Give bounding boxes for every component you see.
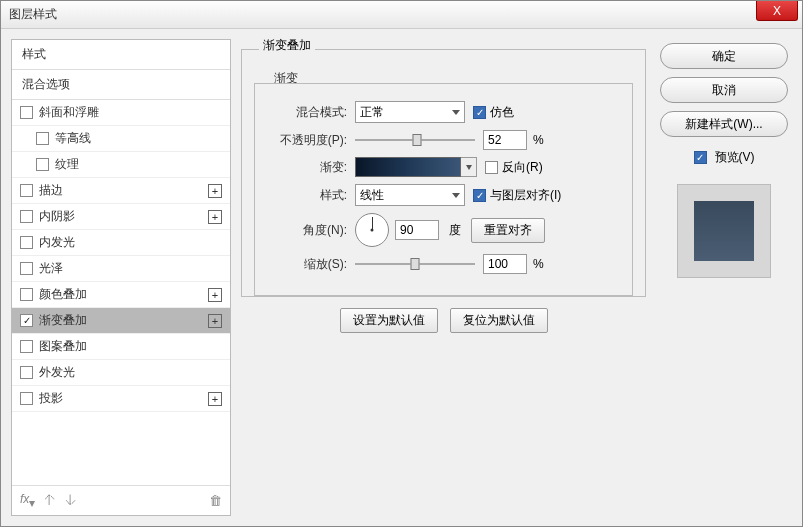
checkbox-icon[interactable] bbox=[20, 236, 33, 249]
window-title: 图层样式 bbox=[9, 6, 57, 23]
add-effect-icon[interactable]: + bbox=[208, 210, 222, 224]
angle-unit-label: 度 bbox=[449, 222, 461, 239]
reset-alignment-button[interactable]: 重置对齐 bbox=[471, 218, 545, 243]
style-item-satin[interactable]: 光泽 bbox=[12, 256, 230, 282]
align-checkbox[interactable] bbox=[473, 189, 486, 202]
reverse-label: 反向(R) bbox=[502, 159, 543, 176]
style-item-label: 外发光 bbox=[39, 364, 222, 381]
add-effect-icon[interactable]: + bbox=[208, 392, 222, 406]
add-effect-icon[interactable]: + bbox=[208, 184, 222, 198]
styles-footer: fx▾ 🡡 🡣 🗑 bbox=[12, 485, 230, 515]
gradient-swatch[interactable] bbox=[355, 157, 461, 177]
content-area: 样式 混合选项 斜面和浮雕 等高线 纹理 描边 + 内阴影 bbox=[1, 29, 802, 526]
style-select[interactable]: 线性 bbox=[355, 184, 465, 206]
style-item-color-overlay[interactable]: 颜色叠加 + bbox=[12, 282, 230, 308]
move-down-icon[interactable]: 🡣 bbox=[64, 493, 77, 508]
checkbox-icon[interactable] bbox=[20, 392, 33, 405]
checkbox-icon[interactable] bbox=[20, 314, 33, 327]
styles-header[interactable]: 样式 bbox=[12, 40, 230, 70]
fx-menu-icon[interactable]: fx▾ bbox=[20, 491, 35, 510]
opacity-slider[interactable] bbox=[355, 139, 475, 141]
chevron-down-icon bbox=[452, 193, 460, 198]
dither-checkbox[interactable] bbox=[473, 106, 486, 119]
gradient-overlay-fieldset: 渐变 混合模式: 正常 仿色 不透明度(P): bbox=[241, 49, 646, 297]
dither-label: 仿色 bbox=[490, 104, 514, 121]
make-default-button[interactable]: 设置为默认值 bbox=[340, 308, 438, 333]
style-item-label: 光泽 bbox=[39, 260, 222, 277]
default-buttons-row: 设置为默认值 复位为默认值 bbox=[254, 308, 633, 333]
style-item-outer-glow[interactable]: 外发光 bbox=[12, 360, 230, 386]
reset-default-button[interactable]: 复位为默认值 bbox=[450, 308, 548, 333]
style-item-stroke[interactable]: 描边 + bbox=[12, 178, 230, 204]
settings-panel: 渐变叠加 渐变 混合模式: 正常 仿色 不透明度 bbox=[241, 39, 646, 516]
layer-style-dialog: 图层样式 X 样式 混合选项 斜面和浮雕 等高线 纹理 描边 bbox=[0, 0, 803, 527]
checkbox-icon[interactable] bbox=[36, 132, 49, 145]
gradient-label: 渐变: bbox=[267, 159, 355, 176]
gradient-picker-button[interactable] bbox=[461, 157, 477, 177]
style-item-label: 等高线 bbox=[55, 130, 222, 147]
style-item-inner-shadow[interactable]: 内阴影 + bbox=[12, 204, 230, 230]
opacity-input[interactable]: 52 bbox=[483, 130, 527, 150]
style-item-bevel[interactable]: 斜面和浮雕 bbox=[12, 100, 230, 126]
style-item-gradient-overlay[interactable]: 渐变叠加 + bbox=[12, 308, 230, 334]
gradient-inner-fieldset: 混合模式: 正常 仿色 不透明度(P): bbox=[254, 83, 633, 296]
styles-list-panel: 样式 混合选项 斜面和浮雕 等高线 纹理 描边 + 内阴影 bbox=[11, 39, 231, 516]
style-item-inner-glow[interactable]: 内发光 bbox=[12, 230, 230, 256]
close-icon: X bbox=[773, 4, 781, 18]
style-item-label: 纹理 bbox=[55, 156, 222, 173]
style-item-label: 投影 bbox=[39, 390, 208, 407]
ok-button[interactable]: 确定 bbox=[660, 43, 788, 69]
style-item-pattern-overlay[interactable]: 图案叠加 bbox=[12, 334, 230, 360]
reverse-checkbox[interactable] bbox=[485, 161, 498, 174]
preview-swatch bbox=[694, 201, 754, 261]
add-effect-icon[interactable]: + bbox=[208, 314, 222, 328]
style-item-label: 内阴影 bbox=[39, 208, 208, 225]
style-item-label: 图案叠加 bbox=[39, 338, 222, 355]
style-item-label: 渐变叠加 bbox=[39, 312, 208, 329]
blend-mode-row: 混合模式: 正常 仿色 bbox=[267, 101, 620, 123]
checkbox-icon[interactable] bbox=[20, 366, 33, 379]
style-item-texture[interactable]: 纹理 bbox=[12, 152, 230, 178]
preview-label: 预览(V) bbox=[715, 149, 755, 166]
angle-input[interactable]: 90 bbox=[395, 220, 439, 240]
opacity-row: 不透明度(P): 52 % bbox=[267, 130, 620, 150]
titlebar[interactable]: 图层样式 X bbox=[1, 1, 802, 29]
style-label: 样式: bbox=[267, 187, 355, 204]
blend-mode-select[interactable]: 正常 bbox=[355, 101, 465, 123]
preview-toggle[interactable]: 预览(V) bbox=[694, 149, 755, 166]
style-value: 线性 bbox=[360, 187, 384, 204]
trash-icon[interactable]: 🗑 bbox=[209, 493, 222, 508]
scale-slider[interactable] bbox=[355, 263, 475, 265]
preview-box bbox=[677, 184, 771, 278]
style-item-label: 颜色叠加 bbox=[39, 286, 208, 303]
style-item-contour[interactable]: 等高线 bbox=[12, 126, 230, 152]
blending-options-header[interactable]: 混合选项 bbox=[12, 70, 230, 100]
percent-label: % bbox=[533, 257, 544, 271]
cancel-button[interactable]: 取消 bbox=[660, 77, 788, 103]
scale-input[interactable]: 100 bbox=[483, 254, 527, 274]
new-style-button[interactable]: 新建样式(W)... bbox=[660, 111, 788, 137]
angle-label: 角度(N): bbox=[267, 222, 355, 239]
scale-row: 缩放(S): 100 % bbox=[267, 254, 620, 274]
scale-label: 缩放(S): bbox=[267, 256, 355, 273]
checkbox-icon[interactable] bbox=[36, 158, 49, 171]
chevron-down-icon bbox=[452, 110, 460, 115]
angle-dial[interactable] bbox=[355, 213, 389, 247]
close-button[interactable]: X bbox=[756, 1, 798, 21]
opacity-label: 不透明度(P): bbox=[267, 132, 355, 149]
gradient-row: 渐变: 反向(R) bbox=[267, 157, 620, 177]
checkbox-icon[interactable] bbox=[20, 340, 33, 353]
move-up-icon[interactable]: 🡡 bbox=[43, 493, 56, 508]
style-item-drop-shadow[interactable]: 投影 + bbox=[12, 386, 230, 412]
style-item-label: 斜面和浮雕 bbox=[39, 104, 222, 121]
checkbox-icon[interactable] bbox=[20, 184, 33, 197]
add-effect-icon[interactable]: + bbox=[208, 288, 222, 302]
preview-checkbox[interactable] bbox=[694, 151, 707, 164]
checkbox-icon[interactable] bbox=[20, 288, 33, 301]
blend-mode-value: 正常 bbox=[360, 104, 384, 121]
checkbox-icon[interactable] bbox=[20, 106, 33, 119]
percent-label: % bbox=[533, 133, 544, 147]
align-label: 与图层对齐(I) bbox=[490, 187, 561, 204]
checkbox-icon[interactable] bbox=[20, 262, 33, 275]
checkbox-icon[interactable] bbox=[20, 210, 33, 223]
